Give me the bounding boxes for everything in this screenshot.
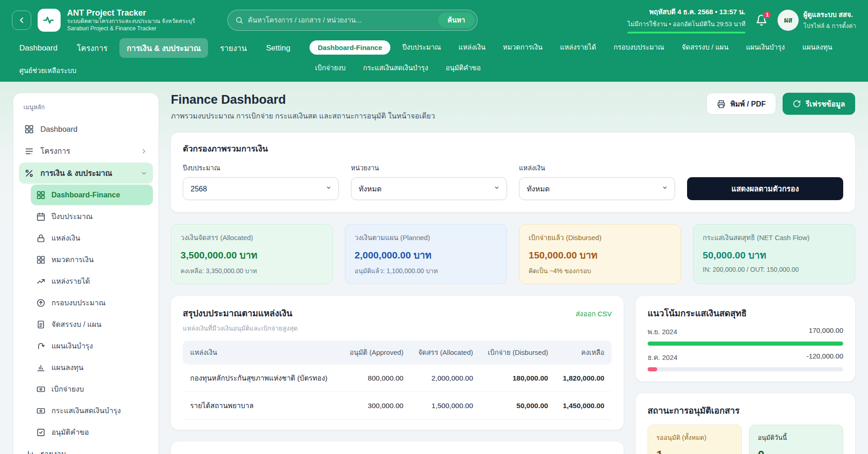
- page-subtitle: ภาพรวมงบประมาณ การเบิกจ่าย กระแสเงินสด แ…: [171, 110, 435, 122]
- table-header-row: แหล่งเงิน อนุมัติ (Approved) จัดสรร (All…: [183, 341, 612, 364]
- session-clock: พฤหัสบดี 4 ธ.ค. 2568 • 13:57 น. ไม่มีการ…: [627, 6, 745, 34]
- stat-label: วงเงินจัดสรร (Allocated): [180, 232, 323, 243]
- sidebar-subitem-fiscal-year[interactable]: ปีงบประมาณ: [31, 206, 153, 227]
- approved-today-box: อนุมัติวันนี้ 0 ปฏิเสธวันนี้: 0: [749, 425, 843, 454]
- side-panels-column: แนวโน้มกระแสเงินสดสุทธิ พ.ย. 2024 170,00…: [636, 296, 855, 454]
- back-button[interactable]: [12, 11, 31, 30]
- fiscal-year-select[interactable]: 2568: [183, 177, 339, 200]
- print-pdf-label: พิมพ์ / PDF: [730, 98, 766, 110]
- nav-settings[interactable]: Setting: [259, 40, 298, 56]
- filter-controls: ปีงบประมาณ 2568 หน่วยงาน ทั้งหมด แหล่งเง…: [183, 163, 843, 200]
- finance-subnav: Dashboard-Finance ปีงบประมาณ แหล่งเงิน ห…: [310, 38, 856, 76]
- app-title: ANT Project Tracker: [67, 8, 195, 18]
- department-select[interactable]: ทั้งหมด: [351, 177, 507, 200]
- subnav-maintenance-plan[interactable]: แผนเงินบำรุง: [740, 39, 790, 56]
- sidebar-item-label: Dashboard: [40, 125, 78, 134]
- notification-badge: 1: [763, 11, 772, 19]
- subnav-finance-category[interactable]: หมวดการเงิน: [497, 39, 548, 56]
- pending-total-box: รออนุมัติ (ทั้งหมด) 1: [648, 425, 742, 454]
- sidebar-subitem-disbursement[interactable]: เบิกจ่ายงบ: [31, 379, 153, 399]
- circle-arrow-up-icon: [36, 298, 45, 308]
- subnav-revenue-source[interactable]: แหล่งรายได้: [554, 39, 602, 56]
- sidebar-subitem-label: กระแสเงินสดเงินบำรุง: [51, 405, 121, 416]
- sidebar-item-finance[interactable]: การเงิน & งบประมาณ: [19, 163, 153, 184]
- fund-source-field: แหล่งเงิน ทั้งหมด: [519, 163, 675, 200]
- trend-bar-track: [648, 342, 843, 346]
- help-center-link[interactable]: ศูนย์ช่วยเหลือระบบ: [19, 65, 310, 76]
- stat-card-net-cashflow: กระแสเงินสดสุทธิ (NET Cash Flow) 50,000.…: [693, 224, 855, 284]
- sidebar-item-projects[interactable]: โครงการ: [19, 140, 153, 162]
- subnav-investment-plan[interactable]: แผนลงทุน: [797, 39, 838, 56]
- sidebar-subitem-label: จัดสรรงบ / แผน: [51, 319, 101, 330]
- export-csv-link[interactable]: ส่งออก CSV: [575, 308, 612, 319]
- trend-row: พ.ย. 2024 170,000.00: [648, 326, 843, 346]
- notifications-button[interactable]: 1: [755, 14, 767, 26]
- sidebar-item-label: โครงการ: [40, 145, 70, 157]
- sidebar-subitem-label: แผนลงทุน: [51, 362, 84, 373]
- subnav-allocation-plan[interactable]: จัดสรรงบ / แผน: [676, 39, 734, 56]
- search-button[interactable]: ค้นหา: [438, 12, 474, 28]
- chevron-down-icon: [141, 170, 147, 177]
- sidebar-subitem-cashflow[interactable]: กระแสเงินสดเงินบำรุง: [31, 400, 153, 421]
- sidebar-subitem-investment-plan[interactable]: แผนลงทุน: [31, 357, 153, 378]
- subnav-cashflow[interactable]: กระแสเงินสดเงินบำรุง: [358, 60, 434, 76]
- stat-value: 2,000,000.00 บาท: [355, 247, 497, 263]
- trend-month: ธ.ค. 2024: [648, 352, 677, 363]
- sidebar-subitem-approve-requests[interactable]: อนุมัติคำขอ: [31, 422, 153, 443]
- sidebar-subitem-allocation-plan[interactable]: จัดสรรงบ / แผน: [31, 314, 153, 335]
- trend-line: พ.ย. 2024 170,000.00: [648, 326, 843, 337]
- main-nav: Dashboard โครงการ การเงิน & งบประมาณ ราย…: [12, 38, 310, 58]
- subnav-budget-frame[interactable]: กรอบงบประมาณ: [608, 39, 670, 56]
- fiscal-year-label: ปีงบประมาณ: [183, 163, 339, 173]
- main-nav-column: Dashboard โครงการ การเงิน & งบประมาณ ราย…: [12, 38, 310, 76]
- subnav-approve-requests[interactable]: อนุมัติคำขอ: [440, 60, 486, 76]
- col-header: คงเหลือ: [555, 341, 612, 364]
- search-input[interactable]: [248, 16, 438, 24]
- stat-card-disbursed: เบิกจ่ายแล้ว (Disbursed) 150,000.00 บาท …: [519, 224, 681, 284]
- table-row: รายได้สถานพยาบาล 300,000.00 1,500,000.00…: [183, 392, 612, 420]
- user-name: ผู้ดูแลระบบ สสจ.: [803, 9, 856, 20]
- print-pdf-button[interactable]: พิมพ์ / PDF: [706, 93, 776, 115]
- sidebar-subitem-maintenance-plan[interactable]: แผนเงินบำรุง: [31, 336, 153, 356]
- cell-allocated: 2,000,000.00: [411, 364, 480, 392]
- list-icon: [24, 146, 34, 156]
- nav-projects[interactable]: โครงการ: [69, 38, 115, 58]
- subnav-dashboard-finance[interactable]: Dashboard-Finance: [310, 40, 390, 55]
- pending-total-value: 1: [656, 448, 733, 454]
- sidebar-subitem-label: แผนเงินบำรุง: [51, 340, 93, 352]
- chevron-left-icon: [17, 16, 26, 25]
- subnav-fund-source[interactable]: แหล่งเงิน: [453, 39, 491, 56]
- header-right-cluster: พฤหัสบดี 4 ธ.ค. 2568 • 13:57 น. ไม่มีการ…: [627, 6, 856, 34]
- sidebar-subitem-finance-category[interactable]: หมวดการเงิน: [31, 249, 153, 270]
- current-datetime: พฤหัสบดี 4 ธ.ค. 2568 • 13:57 น.: [627, 6, 745, 17]
- subnav-fiscal-year[interactable]: ปีงบประมาณ: [397, 39, 446, 56]
- sidebar-subitem-fund-source[interactable]: แหล่งเงิน: [31, 228, 153, 248]
- trend-value: -120,000.00: [806, 352, 843, 363]
- nav-reports[interactable]: รายงาน: [213, 38, 254, 58]
- stat-card-planned: วงเงินตามแผน (Planned) 2,000,000.00 บาท …: [345, 224, 507, 284]
- app-subtitle-en: Saraburi Project & Finance Tracker: [67, 25, 195, 33]
- sidebar-subitem-dashboard-finance[interactable]: Dashboard-Finance: [31, 185, 153, 205]
- refresh-data-button[interactable]: รีเฟรชข้อมูล: [783, 93, 855, 115]
- apply-filters-button[interactable]: แสดงผลตามตัวกรอง: [687, 177, 843, 200]
- trend-month: พ.ย. 2024: [648, 326, 677, 337]
- stat-value: 50,000.00 บาท: [703, 247, 845, 263]
- sidebar-item-reports[interactable]: รายงาน: [19, 443, 153, 454]
- cell-disbursed: 50,000.00: [480, 392, 555, 420]
- user-subtitle: โปรไฟล์ & การตั้งค่า: [803, 21, 856, 31]
- header-nav-row: Dashboard โครงการ การเงิน & งบประมาณ ราย…: [12, 38, 856, 76]
- cell-approved: 800,000.00: [342, 364, 411, 392]
- sidebar-subitem-budget-frame[interactable]: กรอบงบประมาณ: [31, 292, 153, 313]
- trend-bar-fill: [648, 342, 843, 346]
- sidebar-item-label: รายงาน: [40, 448, 66, 454]
- sidebar-item-label: การเงิน & งบประมาณ: [40, 167, 112, 179]
- sidebar-subitem-revenue-source[interactable]: แหล่งรายได้: [31, 271, 153, 291]
- subnav-disbursement[interactable]: เบิกจ่ายงบ: [310, 60, 351, 76]
- sidebar-item-dashboard[interactable]: Dashboard: [19, 118, 153, 140]
- nav-finance[interactable]: การเงิน & งบประมาณ: [119, 38, 208, 58]
- fund-source-select[interactable]: ทั้งหมด: [519, 177, 675, 200]
- nav-dashboard[interactable]: Dashboard: [12, 40, 65, 56]
- sidebar-subitem-label: แหล่งเงิน: [51, 232, 80, 244]
- cell-approved: 300,000.00: [342, 392, 411, 420]
- user-menu[interactable]: ผส ผู้ดูแลระบบ สสจ. โปรไฟล์ & การตั้งค่า: [778, 9, 856, 31]
